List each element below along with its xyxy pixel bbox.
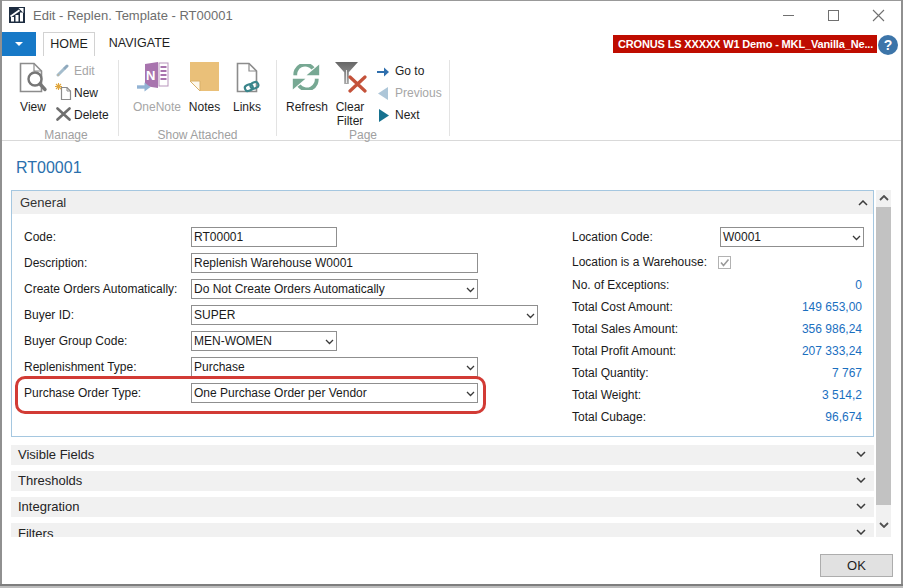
svg-text:N: N xyxy=(146,68,155,83)
